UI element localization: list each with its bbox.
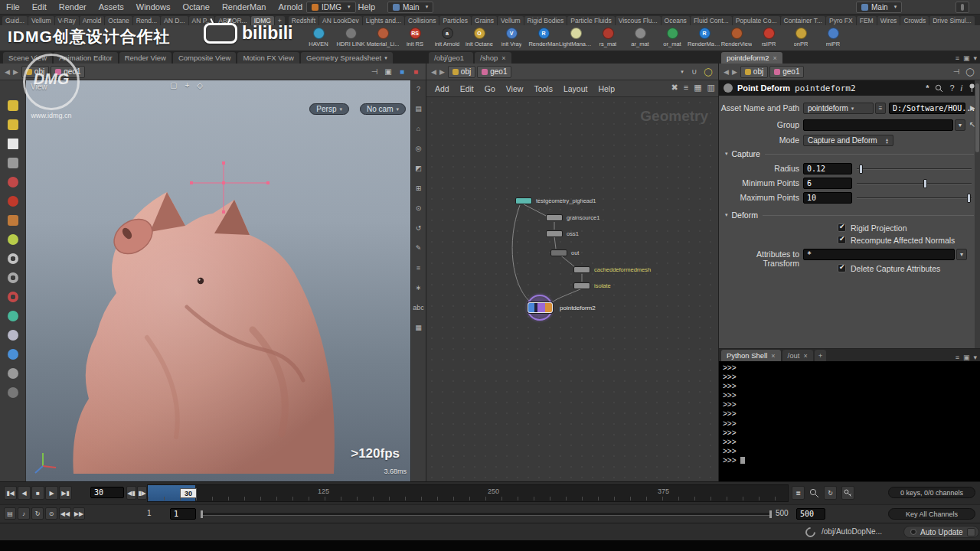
display-option-icon[interactable]: ⌂ <box>413 123 424 133</box>
menu-item[interactable]: Arnold <box>272 1 309 13</box>
current-frame-field[interactable]: 30 <box>90 487 124 498</box>
pane-tab[interactable]: Composite View <box>173 52 236 64</box>
path-dropdown-icon[interactable] <box>675 67 686 77</box>
tool-icon[interactable] <box>8 215 18 226</box>
next-frame-button[interactable]: ▮▶ <box>137 486 147 500</box>
tool-icon[interactable] <box>8 158 18 168</box>
shelf-tab[interactable]: Rigid Bodies <box>524 16 567 25</box>
shelf-tab[interactable]: Wires <box>877 16 900 25</box>
menu-item[interactable]: Layout <box>558 83 593 95</box>
slider-handle[interactable] <box>967 194 971 203</box>
shelf-tab[interactable]: Oceans <box>662 16 690 25</box>
shelf-tool[interactable]: rsIPR <box>753 26 785 47</box>
pane-dropdown-icon[interactable]: ▾ <box>973 54 977 62</box>
pane-tab[interactable]: /shop× <box>475 52 511 64</box>
shelf-tab[interactable]: AN LookDev <box>319 16 362 25</box>
shelf-tab[interactable]: Vellum <box>28 16 54 25</box>
menu-item[interactable]: Octane <box>176 1 215 13</box>
desktop-selector[interactable]: IDMG <box>306 2 356 13</box>
param-slider[interactable] <box>857 178 972 189</box>
shelf-tool[interactable]: RS init RS <box>399 26 431 47</box>
menu-item[interactable]: Edit <box>455 83 479 95</box>
path-chip[interactable]: obj <box>448 66 475 78</box>
selected-node-pointdeform2[interactable]: pointdeform2 <box>524 292 616 323</box>
graph-node[interactable]: grainsource1 <box>546 214 563 221</box>
menu-item[interactable]: Help <box>352 1 382 13</box>
menu-item[interactable]: Tools <box>528 83 558 95</box>
shelf-tab[interactable]: V-Ray <box>55 16 79 25</box>
node-name-field[interactable]: pointdeform2 <box>795 83 855 93</box>
param-slider[interactable] <box>857 192 972 204</box>
menu-item[interactable]: Go <box>479 83 501 95</box>
display-option-icon[interactable]: ◩ <box>413 163 424 173</box>
shelf-tab[interactable]: Grains <box>472 16 497 25</box>
shelf-tab[interactable]: Fluid Cont... <box>691 16 732 25</box>
shelf-tab[interactable]: Lights and... <box>363 16 404 25</box>
forward-arrow-icon[interactable]: ▶ <box>439 68 445 76</box>
shelf-tab[interactable]: AN P... <box>189 16 215 25</box>
asset-menu-button[interactable]: ≡ <box>875 103 886 114</box>
playback-option-button[interactable]: ◀◀ <box>59 507 71 520</box>
tool-icon[interactable] <box>8 177 18 187</box>
view-menu[interactable]: View <box>31 83 47 91</box>
pane-tab-spreadsheet[interactable]: Geometry Spreadsheet <box>301 52 393 64</box>
tool-icon[interactable] <box>8 100 18 111</box>
gear-icon[interactable]: * <box>926 83 929 93</box>
camera-button[interactable]: No cam <box>360 103 406 115</box>
shelf-tool[interactable]: HAVEN <box>302 26 335 47</box>
menu-item[interactable]: Windows <box>130 1 177 13</box>
pin-icon[interactable]: ⊣ <box>951 67 962 77</box>
display-option-icon[interactable]: ◎ <box>413 143 424 153</box>
playback-option-button[interactable]: ⊙ <box>45 507 57 520</box>
checkbox[interactable] <box>838 236 846 244</box>
viewport-mode-icon[interactable]: ▢ <box>170 81 177 90</box>
group-dropdown-button[interactable]: ▾ <box>955 119 965 131</box>
wrench-icon[interactable]: ✖ <box>671 83 678 93</box>
asset-path-field[interactable]: D:/Software/HOU... <box>889 103 965 114</box>
playback-range-slider[interactable] <box>201 513 772 516</box>
deform-section-header[interactable]: Deform <box>725 210 974 220</box>
node-body[interactable] <box>515 197 532 204</box>
timeline-options-button[interactable]: ≣ <box>792 486 805 500</box>
resize-corner-icon[interactable] <box>967 528 975 536</box>
shelf-tab[interactable]: Populate Co... <box>733 16 780 25</box>
playback-option-button[interactable]: ▶▶ <box>73 507 85 520</box>
pane-menu-icon[interactable]: ≡ <box>956 354 959 361</box>
shelf-tab[interactable]: Drive Simul... <box>929 16 975 25</box>
tool-icon[interactable] <box>8 272 18 283</box>
shelf-tab[interactable]: Viscous Flu... <box>616 16 661 25</box>
shelf-tool[interactable]: R RenderMan Preset Brow... <box>688 26 720 47</box>
display-option-icon[interactable]: ≡ <box>413 262 424 272</box>
value-field[interactable]: 6 <box>803 178 852 189</box>
group-field[interactable] <box>803 119 953 131</box>
shelf-tab[interactable]: Particles <box>439 16 471 25</box>
link-circle-icon[interactable]: ◯ <box>965 67 975 77</box>
param-scrollbar[interactable] <box>975 80 980 348</box>
path-chip[interactable]: obj <box>740 66 768 78</box>
pane-tab[interactable]: /obj/geo1 <box>429 52 473 64</box>
key-all-channels-button[interactable]: Key All Channels <box>888 508 975 520</box>
pane-tab[interactable]: Render View <box>119 52 172 64</box>
shelf-tool[interactable]: R RenderMan <box>528 26 560 47</box>
info-icon[interactable]: i <box>961 83 962 93</box>
help-icon[interactable]: ? <box>949 83 954 93</box>
tool-icon[interactable] <box>8 234 18 245</box>
range-handle-end[interactable] <box>769 510 772 518</box>
node-body[interactable] <box>546 214 563 221</box>
tool-icon[interactable] <box>8 196 18 207</box>
projection-button[interactable]: Persp <box>309 103 349 115</box>
display-option-icon[interactable]: ▤ <box>413 103 424 113</box>
param-slider[interactable] <box>857 163 972 174</box>
back-arrow-icon[interactable]: ◀ <box>431 68 436 76</box>
checkbox[interactable] <box>838 223 846 232</box>
tool-icon[interactable] <box>8 119 18 130</box>
bg-swatch-icon[interactable]: ■ <box>397 67 407 77</box>
tool-icon[interactable] <box>8 253 18 264</box>
shelf-tab[interactable]: Particle Fluids <box>567 16 614 25</box>
pane-menu-icon[interactable]: ≡ <box>956 54 959 62</box>
magnet-icon[interactable]: ∪ <box>689 67 700 77</box>
menu-item[interactable]: RenderMan <box>216 1 272 13</box>
shelf-tab[interactable]: IDMG <box>251 16 274 25</box>
transport-button[interactable]: ▶ <box>45 486 58 500</box>
shelf-tool[interactable]: rs_mat <box>592 26 624 47</box>
